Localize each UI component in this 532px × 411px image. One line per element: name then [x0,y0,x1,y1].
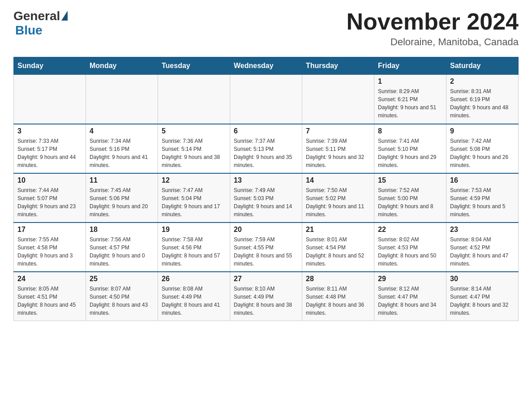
calendar-cell: 15Sunrise: 7:52 AMSunset: 5:00 PMDayligh… [374,173,446,223]
calendar-cell: 22Sunrise: 8:02 AMSunset: 4:53 PMDayligh… [374,223,446,272]
calendar-cell: 11Sunrise: 7:45 AMSunset: 5:06 PMDayligh… [86,173,158,223]
weekday-header-wednesday: Wednesday [230,57,302,75]
calendar-row: 17Sunrise: 7:55 AMSunset: 4:58 PMDayligh… [14,223,519,272]
day-info: Sunrise: 7:59 AMSunset: 4:55 PMDaylight:… [234,235,298,268]
logo-triangle-icon [61,11,68,21]
day-info: Sunrise: 7:33 AMSunset: 5:17 PMDaylight:… [17,137,82,169]
day-info: Sunrise: 7:53 AMSunset: 4:59 PMDaylight:… [450,186,515,218]
day-number: 30 [450,275,515,283]
day-number: 1 [378,77,442,86]
day-number: 26 [162,275,226,283]
day-info: Sunrise: 8:14 AMSunset: 4:47 PMDaylight:… [450,285,515,317]
calendar-cell: 3Sunrise: 7:33 AMSunset: 5:17 PMDaylight… [14,124,86,173]
day-info: Sunrise: 7:58 AMSunset: 4:56 PMDaylight:… [162,235,226,268]
calendar-cell: 26Sunrise: 8:08 AMSunset: 4:49 PMDayligh… [158,272,230,321]
day-number: 25 [90,275,154,283]
day-number: 23 [450,226,515,234]
day-number: 28 [306,275,370,283]
calendar-cell: 19Sunrise: 7:58 AMSunset: 4:56 PMDayligh… [158,223,230,272]
day-info: Sunrise: 8:29 AMSunset: 6:21 PMDaylight:… [378,87,442,120]
calendar-cell: 5Sunrise: 7:36 AMSunset: 5:14 PMDaylight… [158,124,230,173]
location: Deloraine, Manitoba, Canada [347,36,519,48]
day-number: 18 [90,226,154,234]
day-info: Sunrise: 8:07 AMSunset: 4:50 PMDaylight:… [90,285,154,317]
day-number: 29 [378,275,442,283]
calendar-cell: 24Sunrise: 8:05 AMSunset: 4:51 PMDayligh… [14,272,86,321]
day-number: 2 [450,77,515,86]
day-number: 27 [234,275,298,283]
calendar-cell: 9Sunrise: 7:42 AMSunset: 5:08 PMDaylight… [446,124,519,173]
day-number: 8 [378,127,442,135]
logo-blue: Blue [15,23,43,38]
logo-general: General [13,9,60,23]
day-number: 14 [306,176,370,184]
day-info: Sunrise: 8:31 AMSunset: 6:19 PMDaylight:… [450,87,515,120]
day-number: 7 [306,127,370,135]
calendar-cell: 14Sunrise: 7:50 AMSunset: 5:02 PMDayligh… [302,173,374,223]
day-info: Sunrise: 7:50 AMSunset: 5:02 PMDaylight:… [306,186,370,218]
day-number: 24 [17,275,82,283]
calendar-cell: 2Sunrise: 8:31 AMSunset: 6:19 PMDaylight… [446,75,519,124]
calendar-cell: 23Sunrise: 8:04 AMSunset: 4:52 PMDayligh… [446,223,519,272]
calendar-cell: 18Sunrise: 7:56 AMSunset: 4:57 PMDayligh… [86,223,158,272]
day-number: 20 [234,226,298,234]
day-info: Sunrise: 8:05 AMSunset: 4:51 PMDaylight:… [17,285,82,317]
calendar-cell [302,75,374,124]
day-info: Sunrise: 7:49 AMSunset: 5:03 PMDaylight:… [234,186,298,218]
calendar-cell: 12Sunrise: 7:47 AMSunset: 5:04 PMDayligh… [158,173,230,223]
weekday-header-row: SundayMondayTuesdayWednesdayThursdayFrid… [14,57,519,75]
day-info: Sunrise: 7:45 AMSunset: 5:06 PMDaylight:… [90,186,154,218]
day-info: Sunrise: 7:39 AMSunset: 5:11 PMDaylight:… [306,137,370,169]
calendar-row: 1Sunrise: 8:29 AMSunset: 6:21 PMDaylight… [14,75,519,124]
calendar-cell: 21Sunrise: 8:01 AMSunset: 4:54 PMDayligh… [302,223,374,272]
calendar-cell: 16Sunrise: 7:53 AMSunset: 4:59 PMDayligh… [446,173,519,223]
day-info: Sunrise: 7:55 AMSunset: 4:58 PMDaylight:… [17,235,82,268]
calendar-table: SundayMondayTuesdayWednesdayThursdayFrid… [13,57,519,321]
day-number: 9 [450,127,515,135]
weekday-header-friday: Friday [374,57,446,75]
calendar-cell: 29Sunrise: 8:12 AMSunset: 4:47 PMDayligh… [374,272,446,321]
day-info: Sunrise: 7:41 AMSunset: 5:10 PMDaylight:… [378,137,442,169]
calendar-cell: 13Sunrise: 7:49 AMSunset: 5:03 PMDayligh… [230,173,302,223]
day-number: 15 [378,176,442,184]
day-info: Sunrise: 7:56 AMSunset: 4:57 PMDaylight:… [90,235,154,268]
day-number: 11 [90,176,154,184]
calendar-cell [158,75,230,124]
day-number: 12 [162,176,226,184]
calendar-cell: 27Sunrise: 8:10 AMSunset: 4:49 PMDayligh… [230,272,302,321]
day-info: Sunrise: 7:42 AMSunset: 5:08 PMDaylight:… [450,137,515,169]
day-info: Sunrise: 7:37 AMSunset: 5:13 PMDaylight:… [234,137,298,169]
weekday-header-saturday: Saturday [446,57,519,75]
day-info: Sunrise: 7:44 AMSunset: 5:07 PMDaylight:… [17,186,82,218]
day-number: 22 [378,226,442,234]
calendar-cell: 4Sunrise: 7:34 AMSunset: 5:16 PMDaylight… [86,124,158,173]
weekday-header-sunday: Sunday [14,57,86,75]
day-info: Sunrise: 7:36 AMSunset: 5:14 PMDaylight:… [162,137,226,169]
weekday-header-monday: Monday [86,57,158,75]
day-info: Sunrise: 8:02 AMSunset: 4:53 PMDaylight:… [378,235,442,268]
day-number: 13 [234,176,298,184]
calendar-cell: 30Sunrise: 8:14 AMSunset: 4:47 PMDayligh… [446,272,519,321]
calendar-cell: 1Sunrise: 8:29 AMSunset: 6:21 PMDaylight… [374,75,446,124]
calendar-cell: 8Sunrise: 7:41 AMSunset: 5:10 PMDaylight… [374,124,446,173]
day-info: Sunrise: 8:10 AMSunset: 4:49 PMDaylight:… [234,285,298,317]
day-info: Sunrise: 7:47 AMSunset: 5:04 PMDaylight:… [162,186,226,218]
calendar-cell: 20Sunrise: 7:59 AMSunset: 4:55 PMDayligh… [230,223,302,272]
day-number: 4 [90,127,154,135]
day-number: 6 [234,127,298,135]
calendar-cell: 28Sunrise: 8:11 AMSunset: 4:48 PMDayligh… [302,272,374,321]
day-info: Sunrise: 8:04 AMSunset: 4:52 PMDaylight:… [450,235,515,268]
day-info: Sunrise: 7:34 AMSunset: 5:16 PMDaylight:… [90,137,154,169]
day-info: Sunrise: 8:12 AMSunset: 4:47 PMDaylight:… [378,285,442,317]
calendar-row: 24Sunrise: 8:05 AMSunset: 4:51 PMDayligh… [14,272,519,321]
day-info: Sunrise: 8:08 AMSunset: 4:49 PMDaylight:… [162,285,226,317]
day-number: 17 [17,226,82,234]
calendar-cell: 6Sunrise: 7:37 AMSunset: 5:13 PMDaylight… [230,124,302,173]
day-info: Sunrise: 8:11 AMSunset: 4:48 PMDaylight:… [306,285,370,317]
calendar-cell [86,75,158,124]
day-number: 10 [17,176,82,184]
title-area: November 2024 Deloraine, Manitoba, Canad… [347,9,519,48]
logo: General Blue [13,9,68,38]
day-number: 19 [162,226,226,234]
calendar-cell [14,75,86,124]
